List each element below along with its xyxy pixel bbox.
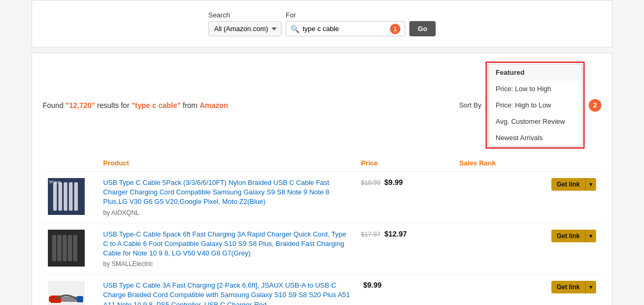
sort-option-price-low[interactable]: Price: Low to High: [488, 81, 582, 97]
sort-option-review[interactable]: Avg. Customer Review: [488, 113, 582, 130]
product-title-3: USB Type C Cable 3A Fast Charging [2-Pac…: [103, 281, 350, 305]
product-price-cell-1: $10.99 $9.99: [356, 172, 454, 223]
col-header-product: Product: [98, 155, 356, 172]
product-info-1: USB Type C Cable 5Pack (3/3/6/6/10FT) Ny…: [103, 178, 350, 217]
for-label-group: For 🔍 1: [286, 11, 405, 36]
products-table: Product Price Sales Rank: [43, 155, 601, 305]
svg-rect-2: [58, 182, 62, 211]
svg-rect-3: [64, 182, 67, 211]
results-query: "type c cable": [132, 101, 180, 110]
sort-option-price-high[interactable]: Price: High to Low: [488, 97, 582, 113]
search-badge: 1: [390, 24, 400, 34]
go-button[interactable]: Go: [409, 21, 436, 36]
get-link-button-2[interactable]: Get link: [551, 230, 586, 242]
search-section: Search All (Amazon.com) For 🔍 1 Go: [32, 0, 612, 47]
product-rank-cell-2: [454, 223, 528, 274]
table-row: USB Type-C Cable 5pack 6ft Fast Charging…: [43, 223, 601, 274]
svg-rect-11: [68, 235, 72, 261]
found-label: Found: [43, 101, 66, 110]
get-link-group-1: Get link ▾: [551, 178, 596, 191]
sort-option-featured[interactable]: Featured: [488, 64, 582, 81]
price-original-1: $10.99: [361, 179, 380, 186]
product-action-cell-2: Get link ▾: [528, 223, 601, 274]
search-input[interactable]: [303, 22, 387, 36]
get-link-group-3: Get link ▾: [551, 281, 596, 293]
svg-rect-8: [52, 235, 56, 261]
svg-text:5Pack: 5Pack: [49, 180, 61, 184]
sort-badge: 2: [589, 99, 601, 112]
product-info-cell-1: USB Type C Cable 5Pack (3/3/6/6/10FT) Ny…: [98, 172, 356, 223]
col-header-price: Price: [356, 155, 454, 172]
price-current-1: $9.99: [385, 178, 403, 186]
svg-rect-17: [77, 296, 83, 302]
get-link-group-2: Get link ▾: [551, 230, 596, 242]
sort-by-area: Sort By Featured Price: Low to High Pric…: [459, 62, 601, 149]
product-info-cell-2: USB Type-C Cable 5pack 6ft Fast Charging…: [98, 223, 356, 274]
table-row: USB Type C Cable 3A Fast Charging [2-Pac…: [43, 274, 601, 305]
product-rank-cell-3: [454, 274, 528, 305]
sort-dropdown-container[interactable]: Featured Price: Low to High Price: High …: [486, 62, 585, 149]
results-count: "12,720": [66, 101, 95, 110]
results-for-label: results for: [97, 101, 132, 110]
product-price-cell-2: $17.97 $12.97: [356, 223, 454, 274]
product-image-cell-2: [43, 223, 98, 274]
svg-rect-15: [49, 297, 52, 302]
col-header-action: [528, 155, 601, 172]
price-current-2: $12.97: [385, 230, 407, 238]
search-label-group: Search All (Amazon.com): [208, 11, 281, 36]
table-row: 5Pack USB Type C Cable 5Pack (3/3/6/6/10…: [43, 172, 601, 223]
product-image-3: [48, 281, 85, 305]
product-title-2: USB Type-C Cable 5pack 6ft Fast Charging…: [103, 230, 350, 259]
get-link-arrow-3[interactable]: ▾: [586, 281, 596, 293]
search-icon: 🔍: [290, 25, 299, 33]
product-by-1: by AIOXQNL: [103, 209, 350, 217]
product-link-1[interactable]: USB Type C Cable 5Pack (3/3/6/6/10FT) Ny…: [103, 179, 329, 205]
svg-rect-9: [57, 235, 62, 261]
search-input-wrapper: 🔍 1: [286, 21, 405, 36]
product-action-cell-3: Get link ▾: [528, 274, 601, 305]
product-image-2: [48, 230, 85, 267]
price-original-2: $17.97: [361, 231, 380, 238]
product-info-cell-3: USB Type C Cable 3A Fast Charging [2-Pac…: [98, 274, 356, 305]
get-link-button-3[interactable]: Get link: [551, 281, 586, 293]
product-price-cell-3: $9.99: [356, 274, 454, 305]
table-header: Product Price Sales Rank: [43, 155, 601, 172]
col-header-img: [43, 155, 98, 172]
sort-dropdown-menu: Featured Price: Low to High Price: High …: [488, 64, 582, 146]
for-label: For: [286, 11, 405, 19]
get-link-arrow-1[interactable]: ▾: [586, 178, 596, 191]
product-image-cell-1: 5Pack: [43, 172, 98, 223]
sort-by-label: Sort By: [459, 101, 481, 109]
product-link-3[interactable]: USB Type C Cable 3A Fast Charging [2-Pac…: [103, 281, 350, 305]
price-current-3: $9.99: [363, 281, 381, 289]
product-image-cell-3: [43, 274, 98, 305]
product-image-1: 5Pack: [48, 178, 85, 215]
product-rank-cell-1: [454, 172, 528, 223]
product-title-1: USB Type C Cable 5Pack (3/3/6/6/10FT) Ny…: [103, 178, 350, 207]
product-info-2: USB Type-C Cable 5pack 6ft Fast Charging…: [103, 230, 350, 268]
product-by-2: by SMALLElectric: [103, 260, 350, 268]
sort-option-newest[interactable]: Newest Arrivals: [488, 130, 582, 146]
svg-rect-4: [69, 182, 73, 211]
get-link-button-1[interactable]: Get link: [551, 178, 586, 191]
svg-rect-5: [74, 182, 78, 211]
results-header: Found "12,720" results for "type c cable…: [43, 62, 601, 149]
svg-rect-1: [53, 182, 57, 211]
get-link-arrow-2[interactable]: ▾: [586, 230, 596, 242]
col-header-rank: Sales Rank: [454, 155, 528, 172]
results-source: Amazon: [199, 101, 228, 110]
svg-rect-12: [73, 235, 77, 261]
results-text: Found "12,720" results for "type c cable…: [43, 101, 228, 110]
product-action-cell-1: Get link ▾: [528, 172, 601, 223]
results-from-label: from: [183, 101, 199, 110]
product-link-2[interactable]: USB Type-C Cable 5pack 6ft Fast Charging…: [103, 230, 346, 257]
search-category-select[interactable]: All (Amazon.com): [208, 21, 281, 36]
search-label: Search: [208, 11, 281, 19]
product-info-3: USB Type C Cable 3A Fast Charging [2-Pac…: [103, 281, 350, 305]
svg-rect-10: [63, 235, 67, 261]
table-body: 5Pack USB Type C Cable 5Pack (3/3/6/6/10…: [43, 172, 601, 306]
results-section: Found "12,720" results for "type c cable…: [32, 53, 612, 305]
